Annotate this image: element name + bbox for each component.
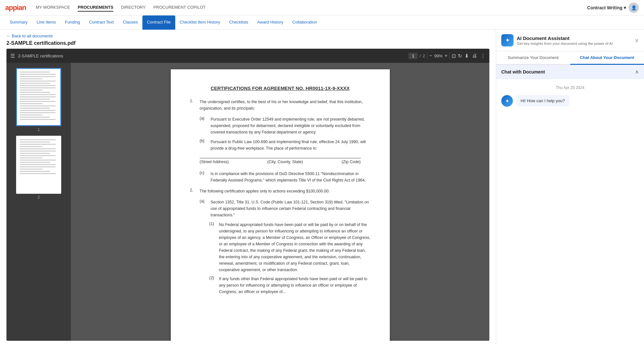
page-number-input[interactable] <box>409 53 418 59</box>
pdf-filename: 2-SAMPLE certifications <box>18 54 63 58</box>
item-2a-text: Section 1352, Title 31, U.S. Code (Publi… <box>211 199 370 218</box>
chevron-down-icon: ▾ <box>624 5 626 10</box>
toolbar-divider-1 <box>427 53 427 59</box>
pdf-toolbar-right: ⬇ 🖨 ⋮ <box>465 53 485 59</box>
back-link[interactable]: ← Back to all documents <box>6 34 489 38</box>
item-2a2-text: If any funds other than Federal appropri… <box>219 276 370 295</box>
tab-summary[interactable]: Summary <box>5 15 32 30</box>
tab-contract-text[interactable]: Contract Text <box>85 15 118 30</box>
top-right: Contract Writing ▾ 👤 <box>587 3 639 13</box>
item-1a: (a) Pursuant to Executive Order 12549 an… <box>200 116 370 135</box>
nav-directory[interactable]: DIRECTORY <box>121 4 146 12</box>
address-street: (Street Address) <box>200 160 229 164</box>
item-2a1-num: (1) <box>209 221 216 273</box>
msg-avatar: ✦ <box>501 95 513 107</box>
item-2a2: (2) If any funds other than Federal appr… <box>209 276 370 295</box>
avatar[interactable]: 👤 <box>629 3 639 13</box>
item-1-num: 1. <box>190 99 197 112</box>
item-1a-letter: (a) <box>200 116 207 135</box>
item-2: 2. The following certification applies o… <box>190 188 370 194</box>
address-zip: (Zip Code) <box>341 160 360 164</box>
pdf-page[interactable]: CERTIFICATIONS FOR AGREEMENT NO. HR0011-… <box>71 63 489 341</box>
ai-panel: ✦ AI Document Assistant Get key insights… <box>496 30 644 344</box>
nav-procurement-copilot[interactable]: PROCUREMENT COPILOT <box>153 4 206 12</box>
msg-star-icon: ✦ <box>505 98 509 104</box>
appian-logo: appian <box>5 4 26 12</box>
ai-header: ✦ AI Document Assistant Get key insights… <box>496 30 644 51</box>
doc-title: 2-SAMPLE certifications.pdf <box>6 40 489 46</box>
tab-summarize[interactable]: Summarize Your Document <box>496 51 570 65</box>
item-2-num: 2. <box>190 188 197 194</box>
thumbnail-page-1[interactable]: 1 <box>16 68 61 132</box>
address-city: (City, County, State) <box>267 160 303 164</box>
nav-my-workspace[interactable]: MY WORKSPACE <box>36 4 70 12</box>
tab-clauses[interactable]: Clauses <box>118 15 142 30</box>
item-1b-text: Pursuant to Public Law 100-690 and imple… <box>211 139 370 152</box>
item-1-text: The undersigned certifies, to the best o… <box>200 99 370 112</box>
thumbnail-img-1 <box>16 68 61 126</box>
message-row-greeting: ✦ Hi! How can I help you? <box>501 95 639 107</box>
download-icon[interactable]: ⬇ <box>465 53 469 59</box>
contract-writing-button[interactable]: Contract Writing ▾ <box>587 5 626 10</box>
ai-star-icon: ✦ <box>505 37 510 44</box>
page-separator: / <box>419 54 421 58</box>
ai-tabs: Summarize Your Document Chat About Your … <box>496 51 644 65</box>
item-1c: (c) Is in compliance with the provisions… <box>200 171 370 183</box>
more-options-icon[interactable]: ⋮ <box>480 53 485 59</box>
tab-line-items[interactable]: Line Items <box>32 15 61 30</box>
print-icon[interactable]: 🖨 <box>472 53 477 59</box>
tab-chat-about[interactable]: Chat About Your Document <box>570 51 644 65</box>
rotate-icon[interactable]: ↻ <box>458 53 462 59</box>
main-panel: ← Back to all documents 2-SAMPLE certifi… <box>0 30 496 344</box>
tab-award-history[interactable]: Award History <box>253 15 288 30</box>
thumbnail-img-2 <box>16 136 61 194</box>
toolbar-divider-2 <box>449 53 450 59</box>
chat-section: Chat with Document ∧ Thu Apr 25 2024 ✦ H… <box>496 65 644 344</box>
content-area: ← Back to all documents 2-SAMPLE certifi… <box>0 30 644 344</box>
nav-links: MY WORKSPACE PROCUREMENTS DIRECTORY PROC… <box>36 4 587 12</box>
message-bubble-greeting: Hi! How can I help you? <box>516 95 569 106</box>
item-2-text: The following certification applies only… <box>200 188 330 194</box>
item-1c-letter: (c) <box>200 171 207 183</box>
ai-header-text: AI Document Assistant Get key insights f… <box>517 35 631 45</box>
pdf-toolbar-center: / 2 − 99% + ⊡ ↻ <box>409 53 462 59</box>
ai-icon: ✦ <box>501 34 514 46</box>
address-line: (Street Address) (City, County, State) (… <box>200 158 361 164</box>
contract-writing-label: Contract Writing <box>587 5 622 10</box>
zoom-in-icon[interactable]: + <box>445 53 447 59</box>
page-content: CERTIFICATIONS FOR AGREEMENT NO. HR0011-… <box>171 69 390 341</box>
thumbnail-num-1: 1 <box>38 127 40 132</box>
menu-icon[interactable]: ☰ <box>10 53 15 59</box>
tab-bar: Summary Line Items Funding Contract Text… <box>0 15 644 30</box>
item-1a-text: Pursuant to Executive Order 12549 and im… <box>211 116 370 135</box>
pdf-toolbar: ☰ 2-SAMPLE certifications / 2 − 99% + ⊡ … <box>6 49 489 63</box>
ai-collapse-button[interactable]: ∨ <box>635 37 639 44</box>
nav-procurements[interactable]: PROCUREMENTS <box>78 4 113 12</box>
tab-checklist-item-history[interactable]: Checklist Item History <box>175 15 225 30</box>
chat-messages: Thu Apr 25 2024 ✦ Hi! How can I help you… <box>496 79 644 344</box>
thumbnail-num-2: 2 <box>38 195 40 200</box>
tab-contract-file[interactable]: Contract File <box>142 15 175 30</box>
item-2a: (a) Section 1352, Title 31, U.S. Code (P… <box>200 199 370 218</box>
ai-subtitle: Get key insights from your document usin… <box>517 42 631 45</box>
doc-header: ← Back to all documents 2-SAMPLE certifi… <box>0 30 496 49</box>
page-total: 2 <box>423 54 425 58</box>
tab-funding[interactable]: Funding <box>61 15 85 30</box>
item-1c-text: Is in compliance with the provisions of … <box>211 171 370 183</box>
chat-collapse-icon[interactable]: ∧ <box>635 69 639 75</box>
top-nav: appian MY WORKSPACE PROCUREMENTS DIRECTO… <box>0 0 644 15</box>
zoom-level: 99% <box>434 54 443 58</box>
item-2a-letter: (a) <box>200 199 207 218</box>
thumbnail-page-2[interactable]: 2 <box>16 136 61 200</box>
chat-header-title: Chat with Document <box>501 69 545 74</box>
tab-checklists[interactable]: Checklists <box>225 15 253 30</box>
item-1: 1. The undersigned certifies, to the bes… <box>190 99 370 112</box>
tab-collaboration[interactable]: Collaboration <box>288 15 322 30</box>
pdf-toolbar-left: ☰ 2-SAMPLE certifications <box>10 53 406 59</box>
chat-header: Chat with Document ∧ <box>496 65 644 79</box>
document-heading: CERTIFICATIONS FOR AGREEMENT NO. HR0011-… <box>190 85 370 91</box>
zoom-out-icon[interactable]: − <box>429 53 432 59</box>
item-1b: (b) Pursuant to Public Law 100-690 and i… <box>200 139 370 152</box>
item-2a1: (1) No Federal appropriated funds have b… <box>209 221 370 273</box>
fit-page-icon[interactable]: ⊡ <box>452 53 456 59</box>
